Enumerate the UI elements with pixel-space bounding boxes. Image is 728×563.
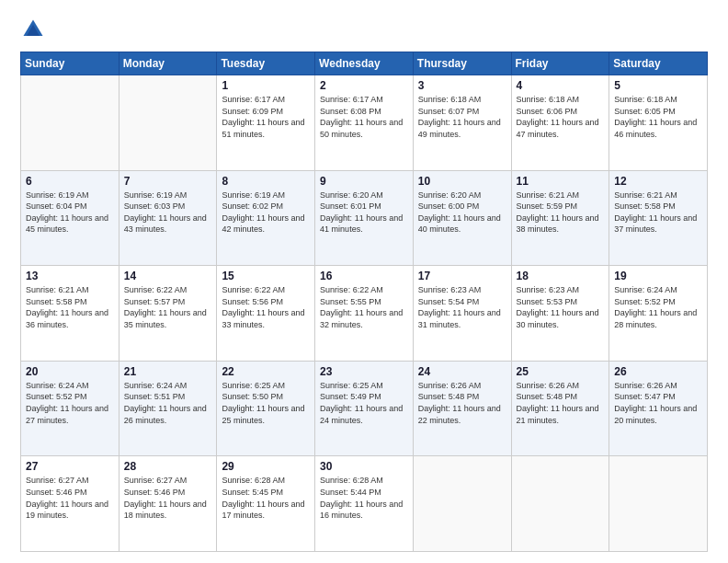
day-info: Sunrise: 6:27 AM Sunset: 5:46 PM Dayligh… — [26, 475, 114, 521]
weekday-header-thursday: Thursday — [413, 52, 511, 75]
calendar-cell: 4Sunrise: 6:18 AM Sunset: 6:06 PM Daylig… — [511, 75, 609, 171]
calendar-cell: 7Sunrise: 6:19 AM Sunset: 6:03 PM Daylig… — [119, 170, 217, 266]
day-number: 17 — [418, 270, 506, 282]
calendar-cell: 12Sunrise: 6:21 AM Sunset: 5:58 PM Dayli… — [609, 170, 708, 266]
calendar-cell: 3Sunrise: 6:18 AM Sunset: 6:07 PM Daylig… — [413, 75, 511, 171]
day-info: Sunrise: 6:17 AM Sunset: 6:09 PM Dayligh… — [222, 94, 310, 140]
day-number: 3 — [418, 79, 506, 92]
day-number: 26 — [614, 365, 702, 378]
weekday-header-monday: Monday — [119, 52, 217, 75]
calendar-cell: 11Sunrise: 6:21 AM Sunset: 5:59 PM Dayli… — [511, 170, 609, 266]
day-number: 14 — [124, 270, 212, 282]
day-info: Sunrise: 6:24 AM Sunset: 5:51 PM Dayligh… — [124, 380, 212, 426]
header — [20, 17, 708, 42]
day-number: 9 — [320, 175, 408, 188]
day-number: 27 — [26, 460, 114, 473]
day-number: 12 — [614, 175, 702, 188]
calendar-week-row: 13Sunrise: 6:21 AM Sunset: 5:58 PM Dayli… — [21, 266, 708, 362]
calendar-cell: 13Sunrise: 6:21 AM Sunset: 5:58 PM Dayli… — [21, 266, 119, 362]
day-info: Sunrise: 6:26 AM Sunset: 5:47 PM Dayligh… — [614, 380, 702, 426]
day-info: Sunrise: 6:20 AM Sunset: 6:01 PM Dayligh… — [320, 190, 408, 236]
day-info: Sunrise: 6:28 AM Sunset: 5:45 PM Dayligh… — [222, 475, 310, 521]
calendar-cell: 24Sunrise: 6:26 AM Sunset: 5:48 PM Dayli… — [413, 361, 511, 456]
day-info: Sunrise: 6:27 AM Sunset: 5:46 PM Dayligh… — [124, 475, 212, 521]
day-number: 25 — [517, 365, 605, 378]
weekday-header-sunday: Sunday — [21, 52, 119, 75]
day-number: 19 — [614, 270, 702, 282]
day-info: Sunrise: 6:20 AM Sunset: 6:00 PM Dayligh… — [418, 190, 506, 236]
calendar-cell: 9Sunrise: 6:20 AM Sunset: 6:01 PM Daylig… — [315, 170, 414, 266]
weekday-header-row: SundayMondayTuesdayWednesdayThursdayFrid… — [21, 52, 708, 75]
day-number: 8 — [222, 175, 310, 188]
day-info: Sunrise: 6:26 AM Sunset: 5:48 PM Dayligh… — [418, 380, 506, 426]
calendar-cell: 2Sunrise: 6:17 AM Sunset: 6:08 PM Daylig… — [315, 75, 414, 171]
day-info: Sunrise: 6:23 AM Sunset: 5:53 PM Dayligh… — [517, 284, 605, 330]
day-info: Sunrise: 6:19 AM Sunset: 6:03 PM Dayligh… — [124, 190, 212, 236]
day-number: 23 — [320, 365, 408, 378]
day-number: 30 — [320, 460, 408, 473]
calendar-cell — [119, 75, 217, 171]
day-info: Sunrise: 6:24 AM Sunset: 5:52 PM Dayligh… — [26, 380, 114, 426]
calendar-cell — [609, 456, 708, 552]
day-number: 24 — [418, 365, 506, 378]
day-number: 22 — [222, 365, 310, 378]
day-info: Sunrise: 6:21 AM Sunset: 5:58 PM Dayligh… — [614, 190, 702, 236]
day-info: Sunrise: 6:24 AM Sunset: 5:52 PM Dayligh… — [614, 284, 702, 330]
day-number: 4 — [517, 79, 605, 92]
calendar-cell — [511, 456, 609, 552]
day-number: 15 — [222, 270, 310, 282]
calendar-cell: 15Sunrise: 6:22 AM Sunset: 5:56 PM Dayli… — [217, 266, 315, 362]
day-number: 5 — [614, 79, 702, 92]
calendar-week-row: 6Sunrise: 6:19 AM Sunset: 6:04 PM Daylig… — [21, 170, 708, 266]
day-info: Sunrise: 6:25 AM Sunset: 5:50 PM Dayligh… — [222, 380, 310, 426]
calendar-cell: 19Sunrise: 6:24 AM Sunset: 5:52 PM Dayli… — [609, 266, 708, 362]
day-info: Sunrise: 6:21 AM Sunset: 5:58 PM Dayligh… — [26, 284, 114, 330]
calendar-cell: 26Sunrise: 6:26 AM Sunset: 5:47 PM Dayli… — [609, 361, 708, 456]
calendar-cell: 8Sunrise: 6:19 AM Sunset: 6:02 PM Daylig… — [217, 170, 315, 266]
calendar-week-row: 20Sunrise: 6:24 AM Sunset: 5:52 PM Dayli… — [21, 361, 708, 456]
day-number: 21 — [124, 365, 212, 378]
calendar-cell — [21, 75, 119, 171]
day-info: Sunrise: 6:22 AM Sunset: 5:57 PM Dayligh… — [124, 284, 212, 330]
calendar-cell: 10Sunrise: 6:20 AM Sunset: 6:00 PM Dayli… — [413, 170, 511, 266]
weekday-header-wednesday: Wednesday — [315, 52, 414, 75]
day-number: 13 — [26, 270, 114, 282]
day-number: 7 — [124, 175, 212, 188]
calendar-week-row: 27Sunrise: 6:27 AM Sunset: 5:46 PM Dayli… — [21, 456, 708, 552]
calendar-cell: 1Sunrise: 6:17 AM Sunset: 6:09 PM Daylig… — [217, 75, 315, 171]
day-number: 16 — [320, 270, 408, 282]
day-info: Sunrise: 6:26 AM Sunset: 5:48 PM Dayligh… — [517, 380, 605, 426]
calendar-cell: 14Sunrise: 6:22 AM Sunset: 5:57 PM Dayli… — [119, 266, 217, 362]
day-number: 1 — [222, 79, 310, 92]
day-number: 20 — [26, 365, 114, 378]
day-info: Sunrise: 6:22 AM Sunset: 5:56 PM Dayligh… — [222, 284, 310, 330]
day-number: 28 — [124, 460, 212, 473]
calendar-cell: 5Sunrise: 6:18 AM Sunset: 6:05 PM Daylig… — [609, 75, 708, 171]
calendar-cell: 17Sunrise: 6:23 AM Sunset: 5:54 PM Dayli… — [413, 266, 511, 362]
page: SundayMondayTuesdayWednesdayThursdayFrid… — [0, 0, 728, 563]
calendar-cell: 16Sunrise: 6:22 AM Sunset: 5:55 PM Dayli… — [315, 266, 414, 362]
day-number: 18 — [517, 270, 605, 282]
weekday-header-saturday: Saturday — [609, 52, 708, 75]
calendar-cell: 28Sunrise: 6:27 AM Sunset: 5:46 PM Dayli… — [119, 456, 217, 552]
calendar-cell: 22Sunrise: 6:25 AM Sunset: 5:50 PM Dayli… — [217, 361, 315, 456]
calendar-cell: 27Sunrise: 6:27 AM Sunset: 5:46 PM Dayli… — [21, 456, 119, 552]
calendar-cell: 30Sunrise: 6:28 AM Sunset: 5:44 PM Dayli… — [315, 456, 414, 552]
day-info: Sunrise: 6:17 AM Sunset: 6:08 PM Dayligh… — [320, 94, 408, 140]
calendar-cell: 21Sunrise: 6:24 AM Sunset: 5:51 PM Dayli… — [119, 361, 217, 456]
day-number: 10 — [418, 175, 506, 188]
day-number: 29 — [222, 460, 310, 473]
calendar-cell: 29Sunrise: 6:28 AM Sunset: 5:45 PM Dayli… — [217, 456, 315, 552]
day-number: 11 — [517, 175, 605, 188]
day-number: 2 — [320, 79, 408, 92]
calendar-cell — [413, 456, 511, 552]
day-info: Sunrise: 6:19 AM Sunset: 6:02 PM Dayligh… — [222, 190, 310, 236]
day-info: Sunrise: 6:28 AM Sunset: 5:44 PM Dayligh… — [320, 475, 408, 521]
day-info: Sunrise: 6:23 AM Sunset: 5:54 PM Dayligh… — [418, 284, 506, 330]
day-info: Sunrise: 6:18 AM Sunset: 6:06 PM Dayligh… — [517, 94, 605, 140]
day-info: Sunrise: 6:19 AM Sunset: 6:04 PM Dayligh… — [26, 190, 114, 236]
day-info: Sunrise: 6:21 AM Sunset: 5:59 PM Dayligh… — [517, 190, 605, 236]
calendar-cell: 20Sunrise: 6:24 AM Sunset: 5:52 PM Dayli… — [21, 361, 119, 456]
calendar-cell: 25Sunrise: 6:26 AM Sunset: 5:48 PM Dayli… — [511, 361, 609, 456]
calendar-week-row: 1Sunrise: 6:17 AM Sunset: 6:09 PM Daylig… — [21, 75, 708, 171]
